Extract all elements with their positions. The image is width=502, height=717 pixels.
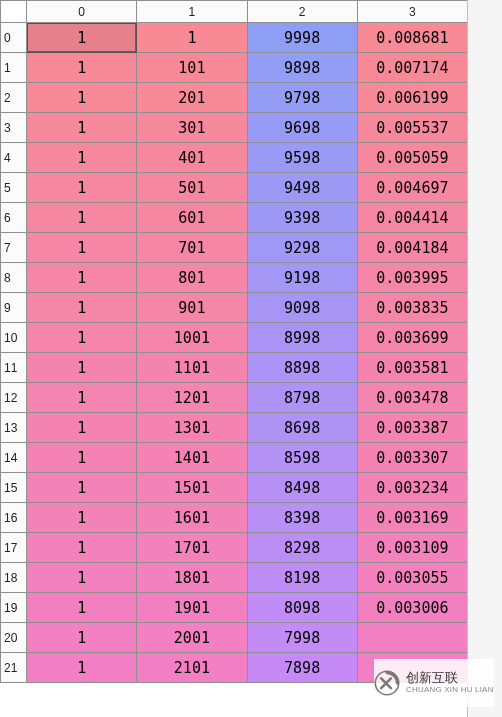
row-header[interactable]: 8 xyxy=(1,263,27,293)
cell[interactable]: 0.003581 xyxy=(357,353,467,383)
cell[interactable] xyxy=(357,623,467,653)
cell[interactable]: 1 xyxy=(27,653,137,683)
cell[interactable]: 9598 xyxy=(247,143,357,173)
row-header[interactable]: 17 xyxy=(1,533,27,563)
cell[interactable]: 8698 xyxy=(247,413,357,443)
cell[interactable]: 0.003478 xyxy=(357,383,467,413)
cell[interactable]: 0.003169 xyxy=(357,503,467,533)
cell[interactable]: 401 xyxy=(137,143,247,173)
row-header[interactable]: 7 xyxy=(1,233,27,263)
cell[interactable]: 0.003995 xyxy=(357,263,467,293)
cell[interactable]: 0.005537 xyxy=(357,113,467,143)
cell[interactable]: 8098 xyxy=(247,593,357,623)
cell[interactable]: 1 xyxy=(27,233,137,263)
row-header[interactable]: 0 xyxy=(1,23,27,53)
row-header[interactable]: 19 xyxy=(1,593,27,623)
cell[interactable]: 8998 xyxy=(247,323,357,353)
cell[interactable]: 101 xyxy=(137,53,247,83)
cell[interactable]: 9098 xyxy=(247,293,357,323)
cell[interactable]: 1 xyxy=(27,623,137,653)
cell[interactable]: 1 xyxy=(27,203,137,233)
cell[interactable]: 8298 xyxy=(247,533,357,563)
row-header[interactable]: 2 xyxy=(1,83,27,113)
row-header[interactable]: 21 xyxy=(1,653,27,683)
row-header[interactable]: 15 xyxy=(1,473,27,503)
cell[interactable]: 1701 xyxy=(137,533,247,563)
cell[interactable]: 301 xyxy=(137,113,247,143)
row-header[interactable]: 16 xyxy=(1,503,27,533)
cell[interactable]: 1 xyxy=(27,323,137,353)
cell[interactable]: 1 xyxy=(27,563,137,593)
cell[interactable]: 0.004697 xyxy=(357,173,467,203)
cell[interactable]: 2101 xyxy=(137,653,247,683)
cell[interactable]: 1801 xyxy=(137,563,247,593)
cell[interactable]: 1 xyxy=(27,503,137,533)
column-header[interactable]: 0 xyxy=(27,1,137,23)
cell[interactable]: 1 xyxy=(27,473,137,503)
cell[interactable]: 1401 xyxy=(137,443,247,473)
cell[interactable]: 8598 xyxy=(247,443,357,473)
data-grid[interactable]: 012301199980.0086811110198980.0071742120… xyxy=(0,0,468,683)
cell[interactable]: 8798 xyxy=(247,383,357,413)
cell[interactable]: 1001 xyxy=(137,323,247,353)
cell[interactable]: 1 xyxy=(27,443,137,473)
row-header[interactable]: 10 xyxy=(1,323,27,353)
column-header[interactable]: 3 xyxy=(357,1,467,23)
cell[interactable]: 0.008681 xyxy=(357,23,467,53)
row-header[interactable]: 14 xyxy=(1,443,27,473)
cell[interactable]: 2001 xyxy=(137,623,247,653)
cell[interactable]: 0.004184 xyxy=(357,233,467,263)
cell[interactable]: 0.007174 xyxy=(357,53,467,83)
row-header[interactable]: 18 xyxy=(1,563,27,593)
cell[interactable]: 0.003006 xyxy=(357,593,467,623)
cell[interactable]: 1901 xyxy=(137,593,247,623)
column-header[interactable]: 1 xyxy=(137,1,247,23)
cell[interactable]: 7898 xyxy=(247,653,357,683)
cell[interactable]: 701 xyxy=(137,233,247,263)
cell[interactable]: 1 xyxy=(27,23,137,53)
cell[interactable]: 9398 xyxy=(247,203,357,233)
cell[interactable]: 0.003109 xyxy=(357,533,467,563)
cell[interactable]: 8498 xyxy=(247,473,357,503)
cell[interactable]: 8198 xyxy=(247,563,357,593)
cell[interactable]: 1301 xyxy=(137,413,247,443)
cell[interactable]: 1 xyxy=(27,263,137,293)
cell[interactable]: 1601 xyxy=(137,503,247,533)
cell[interactable]: 0.005059 xyxy=(357,143,467,173)
column-header[interactable]: 2 xyxy=(247,1,357,23)
cell[interactable]: 1101 xyxy=(137,353,247,383)
cell[interactable]: 1 xyxy=(27,383,137,413)
row-header[interactable]: 9 xyxy=(1,293,27,323)
cell[interactable]: 9698 xyxy=(247,113,357,143)
cell[interactable]: 1501 xyxy=(137,473,247,503)
cell[interactable]: 0.003055 xyxy=(357,563,467,593)
cell[interactable]: 601 xyxy=(137,203,247,233)
cell[interactable]: 1 xyxy=(27,53,137,83)
cell[interactable]: 9898 xyxy=(247,53,357,83)
cell[interactable]: 9998 xyxy=(247,23,357,53)
cell[interactable]: 9498 xyxy=(247,173,357,203)
cell[interactable]: 0.003234 xyxy=(357,473,467,503)
cell[interactable]: 8398 xyxy=(247,503,357,533)
cell[interactable]: 9298 xyxy=(247,233,357,263)
cell[interactable]: 801 xyxy=(137,263,247,293)
cell[interactable]: 1 xyxy=(27,353,137,383)
row-header[interactable]: 1 xyxy=(1,53,27,83)
row-header[interactable]: 3 xyxy=(1,113,27,143)
scroll-gutter[interactable] xyxy=(467,0,502,717)
cell[interactable]: 201 xyxy=(137,83,247,113)
cell[interactable]: 0.004414 xyxy=(357,203,467,233)
cell[interactable]: 0.003699 xyxy=(357,323,467,353)
row-header[interactable]: 13 xyxy=(1,413,27,443)
cell[interactable] xyxy=(357,653,467,683)
cell[interactable]: 0.006199 xyxy=(357,83,467,113)
row-header[interactable]: 4 xyxy=(1,143,27,173)
cell[interactable]: 1 xyxy=(137,23,247,53)
cell[interactable]: 1201 xyxy=(137,383,247,413)
cell[interactable]: 1 xyxy=(27,113,137,143)
cell[interactable]: 1 xyxy=(27,173,137,203)
row-header[interactable]: 6 xyxy=(1,203,27,233)
cell[interactable]: 0.003387 xyxy=(357,413,467,443)
cell[interactable]: 1 xyxy=(27,143,137,173)
cell[interactable]: 0.003835 xyxy=(357,293,467,323)
